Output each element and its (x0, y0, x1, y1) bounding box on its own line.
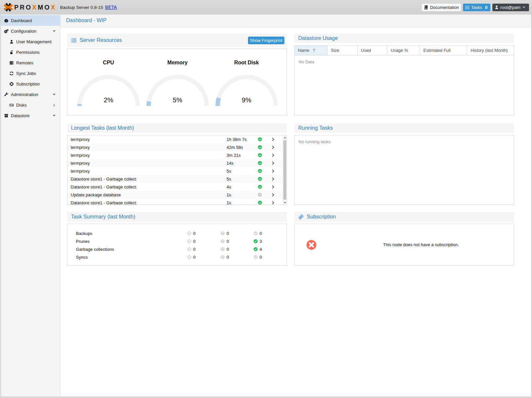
warning-count-icon (220, 231, 225, 236)
brand-wordmark: PROXMOX (14, 4, 56, 11)
column-header-size[interactable]: Size (328, 46, 358, 55)
task-duration: 3m 21s (226, 153, 258, 158)
warning-count-icon (220, 255, 225, 259)
beta-link[interactable]: BETA (105, 5, 117, 10)
chevron-right-icon[interactable] (271, 145, 275, 149)
task-row[interactable]: termproxy3m 21s (67, 151, 283, 159)
datastore-usage-empty-text: No Data (295, 55, 514, 68)
task-name: termproxy (67, 137, 226, 142)
task-name: termproxy (67, 145, 226, 150)
warning-count-icon (220, 247, 225, 251)
archive-icon (4, 113, 9, 118)
sidebar-item-label: Subscription (16, 82, 40, 86)
sidebar-item-subscription[interactable]: Subscription (1, 79, 60, 89)
chevron-right-icon[interactable] (271, 201, 275, 205)
user-icon (9, 39, 14, 44)
expand-arrow-icon[interactable] (53, 103, 56, 107)
error-count-icon (187, 231, 192, 236)
chevron-right-icon[interactable] (271, 169, 275, 173)
collapse-arrow-icon[interactable] (53, 114, 56, 117)
collapse-arrow-icon[interactable] (53, 29, 56, 33)
sidebar-item-dashboard[interactable]: Dashboard (1, 15, 60, 26)
chevron-right-icon[interactable] (271, 177, 275, 181)
ok-count-icon (253, 247, 258, 251)
task-name: Datastore store1 - Garbage collect (67, 200, 226, 205)
page-title: Dashboard - WIP (60, 15, 531, 27)
task-row[interactable]: termproxy1h 38m 7s (67, 135, 283, 143)
gauge-title: Memory (143, 49, 212, 66)
task-name: termproxy (67, 153, 226, 158)
chevron-right-icon[interactable] (271, 153, 275, 157)
sidebar-item-label: Remotes (16, 60, 33, 65)
chevron-right-icon[interactable] (271, 161, 275, 165)
scrollbar[interactable] (283, 135, 287, 205)
tasks-button[interactable]: Tasks 0 (463, 4, 490, 11)
subscription-title: Subscription (307, 214, 336, 220)
column-header-label: Used (361, 48, 371, 53)
gauge-cpu: CPU2% (74, 49, 143, 106)
documentation-button[interactable]: Documentation (422, 4, 461, 11)
error-count-icon (187, 239, 192, 244)
top-bar: PROXMOX Backup Server 0.8-15 BETA Docume… (0, 0, 532, 15)
column-header-name[interactable]: Name (295, 46, 328, 55)
task-summary-panel: Task Summary (last Month) Backups000Prun… (67, 212, 287, 266)
task-row[interactable]: Datastore store1 - Garbage collect4s (67, 183, 283, 191)
task-row[interactable]: termproxy42m 58s (67, 143, 283, 151)
sidebar-item-disks[interactable]: Disks (1, 100, 60, 110)
tasks-button-label: Tasks (471, 5, 482, 10)
chevron-right-icon[interactable] (271, 193, 275, 197)
subscription-message: This node does not have a subscription. (328, 242, 514, 247)
sidebar-item-remotes[interactable]: Remotes (1, 57, 60, 68)
summary-count: 0 (193, 231, 195, 236)
user-icon (494, 5, 499, 10)
task-row[interactable]: termproxy14s (67, 159, 283, 167)
show-fingerprint-button[interactable]: Show Fingerprint (248, 37, 284, 44)
task-row[interactable]: termproxy5s (67, 167, 283, 175)
scrollbar-thumb[interactable] (283, 140, 286, 200)
running-tasks-empty-text: No running tasks (295, 135, 514, 148)
task-name: Update package database (67, 192, 226, 197)
chevron-right-icon[interactable] (271, 185, 275, 189)
main-frame: DashboardConfigurationUser ManagementPer… (0, 15, 532, 398)
task-row[interactable]: Datastore store1 - Garbage collect1s (67, 199, 283, 205)
scrollbar-up-arrow[interactable] (283, 135, 287, 139)
task-ok-icon (258, 200, 262, 205)
scrollbar-down-arrow[interactable] (283, 201, 287, 205)
summary-count: 0 (193, 255, 195, 260)
sidebar-item-sync-jobs[interactable]: Sync Jobs (1, 68, 60, 79)
task-ok-icon (258, 137, 262, 142)
task-row[interactable]: Datastore store1 - Garbage collect5s (67, 175, 283, 183)
task-ok-icon (258, 169, 262, 173)
sidebar-item-datastore[interactable]: Datastore (1, 110, 60, 121)
column-header-used[interactable]: Used (358, 46, 387, 55)
sort-ascending-icon (312, 48, 316, 53)
task-duration: 14s (226, 161, 258, 166)
book-icon (424, 5, 429, 10)
gauge-title: CPU (74, 49, 143, 66)
gauge-value: 5% (145, 97, 211, 103)
longest-tasks-title: Longest Tasks (last Month) (71, 125, 134, 131)
chevron-right-icon[interactable] (271, 137, 275, 142)
user-menu-label: root@pam (500, 5, 520, 10)
column-header-estimated-full[interactable]: Estimated Full (420, 46, 467, 55)
gauge-value: 9% (214, 97, 280, 103)
datastore-usage-title: Datastore Usage (298, 35, 338, 41)
summary-row-label: Garbage collections (67, 247, 187, 252)
sidebar-item-configuration[interactable]: Configuration (1, 26, 60, 36)
task-row[interactable]: Update package database1s (67, 191, 283, 199)
list-icon (465, 5, 470, 10)
summary-count: 0 (193, 247, 195, 252)
sidebar-item-administration[interactable]: Administration (1, 89, 60, 100)
server-resources-title: Server Resources (80, 37, 122, 43)
summary-row-label: Prunes (67, 239, 187, 244)
sidebar-item-permissions[interactable]: Permissions (1, 47, 60, 57)
sidebar-item-user-management[interactable]: User Management (1, 36, 60, 47)
user-menu-button[interactable]: root@pam (492, 4, 529, 11)
task-name: Datastore store1 - Garbage collect (67, 177, 226, 182)
summary-row-label: Backups (67, 231, 187, 236)
ok-count-icon (253, 239, 258, 244)
error-count-icon (187, 247, 192, 251)
column-header-usage-[interactable]: Usage % (387, 46, 420, 55)
column-header-history-last-month-[interactable]: History (last Month) (467, 46, 514, 55)
collapse-arrow-icon[interactable] (53, 93, 56, 96)
